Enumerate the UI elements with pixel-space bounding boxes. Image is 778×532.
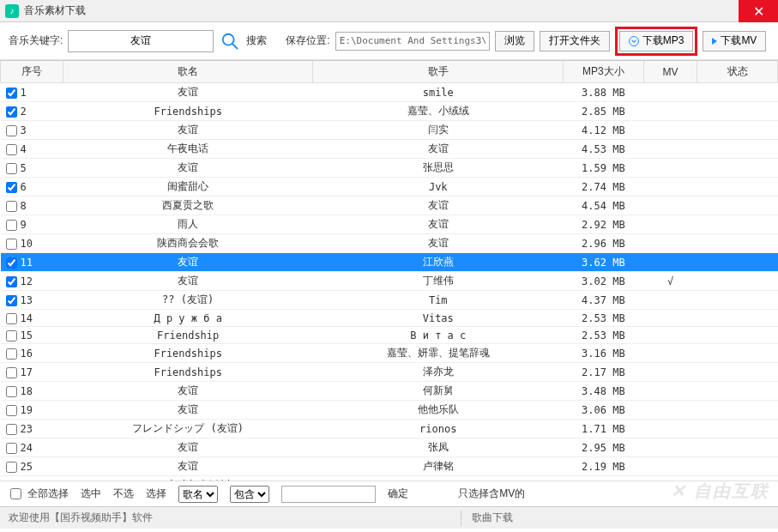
cell-idx[interactable]: 23	[1, 420, 63, 438]
contain-dropdown[interactable]: 包含	[230, 486, 269, 503]
col-name[interactable]: 歌名	[63, 61, 313, 83]
cell-idx[interactable]: 14	[1, 310, 63, 327]
table-row[interactable]: 13?? (友谊)Tim4.37 MB	[1, 291, 778, 310]
row-checkbox[interactable]	[6, 88, 17, 99]
check-selected-link[interactable]: 选中	[81, 487, 101, 501]
save-location-label: 保存位置:	[286, 33, 329, 48]
col-idx[interactable]: 序号	[1, 61, 63, 83]
cell-mv	[643, 178, 697, 196]
row-checkbox[interactable]	[6, 330, 17, 342]
cell-status	[697, 140, 778, 159]
cell-idx[interactable]: 1	[1, 83, 63, 102]
table-row[interactable]: 17Friendships泽亦龙2.17 MB	[1, 363, 778, 382]
row-checkbox[interactable]	[6, 367, 17, 378]
col-mv[interactable]: MV	[643, 61, 697, 83]
cell-size: 3.88 MB	[564, 83, 644, 102]
table-row[interactable]: 4午夜电话友谊4.53 MB	[1, 140, 778, 159]
table-row[interactable]: 10陕西商会会歌友谊2.96 MB	[1, 234, 778, 253]
row-checkbox[interactable]	[6, 163, 17, 174]
cell-idx[interactable]: 27	[1, 476, 63, 481]
table-row[interactable]: 16Friendships嘉莹、妍霏、提笔辞魂3.16 MB	[1, 344, 778, 363]
cell-idx[interactable]: 24	[1, 438, 63, 457]
row-checkbox[interactable]	[6, 295, 17, 306]
only-mv-link[interactable]: 只选择含MV的	[458, 487, 525, 501]
cell-idx[interactable]: 17	[1, 363, 63, 382]
table-row[interactable]: 18友谊何新舅3.48 MB	[1, 382, 778, 401]
col-artist[interactable]: 歌手	[313, 61, 564, 83]
row-checkbox[interactable]	[6, 257, 17, 269]
cell-idx[interactable]: 9	[1, 215, 63, 234]
row-checkbox[interactable]	[6, 239, 17, 250]
cell-status	[697, 215, 778, 234]
row-checkbox[interactable]	[6, 386, 17, 397]
close-button[interactable]: ✕	[739, 0, 778, 22]
download-mp3-button[interactable]: 下载MP3	[619, 31, 694, 51]
select-all-checkbox[interactable]: 全部选择	[10, 487, 69, 501]
cell-idx[interactable]: 5	[1, 159, 63, 178]
row-checkbox[interactable]	[6, 443, 17, 454]
cell-idx[interactable]: 12	[1, 272, 63, 291]
cell-idx[interactable]: 16	[1, 344, 63, 363]
cell-size: 4.37 MB	[564, 291, 644, 310]
cell-artist: В и т а с	[313, 327, 564, 344]
row-checkbox[interactable]	[6, 313, 17, 324]
table-row[interactable]: 8西夏贡之歌友谊4.54 MB	[1, 196, 778, 215]
row-checkbox[interactable]	[6, 405, 17, 416]
row-checkbox[interactable]	[6, 276, 17, 287]
table-row[interactable]: 24友谊张凤2.95 MB	[1, 438, 778, 457]
cell-idx[interactable]: 13	[1, 291, 63, 310]
row-checkbox[interactable]	[6, 348, 17, 360]
cell-idx[interactable]: 4	[1, 140, 63, 159]
cell-size: 3.06 MB	[564, 401, 644, 420]
row-checkbox[interactable]	[6, 144, 17, 155]
cell-idx[interactable]: 19	[1, 401, 63, 420]
browse-button[interactable]: 浏览	[495, 31, 534, 51]
table-row[interactable]: 6闺蜜甜心Jvk2.74 MB	[1, 178, 778, 196]
cell-status	[697, 121, 778, 140]
table-row[interactable]: 9雨人友谊2.92 MB	[1, 215, 778, 234]
row-checkbox[interactable]	[6, 220, 17, 231]
select-field-dropdown[interactable]: 歌名	[178, 486, 218, 503]
table-row[interactable]: 5友谊张思思1.59 MB	[1, 159, 778, 178]
cell-status	[697, 102, 778, 121]
save-path-input[interactable]	[335, 32, 490, 51]
cell-idx[interactable]: 11	[1, 253, 63, 272]
cell-idx[interactable]: 15	[1, 327, 63, 344]
cell-idx[interactable]: 8	[1, 196, 63, 215]
cell-idx[interactable]: 6	[1, 178, 63, 196]
table-row[interactable]: 19友谊他他乐队3.06 MB	[1, 401, 778, 420]
cell-idx[interactable]: 2	[1, 102, 63, 121]
search-icon[interactable]	[219, 30, 241, 52]
cell-artist: Julie Dubé-Lamontagne	[313, 476, 564, 481]
cell-idx[interactable]: 25	[1, 457, 63, 476]
table-row[interactable]: 2Friendships嘉莹、小绒绒2.85 MB	[1, 102, 778, 121]
table-row[interactable]: 12友谊丁维伟3.02 MB√	[1, 272, 778, 291]
table-row[interactable]: 27L'amitié (友谊)Julie Dubé-Lamontagne3.34…	[1, 476, 778, 481]
cell-idx[interactable]: 10	[1, 234, 63, 253]
row-checkbox[interactable]	[6, 182, 17, 193]
row-checkbox[interactable]	[6, 424, 17, 435]
uncheck-link[interactable]: 不选	[113, 487, 134, 501]
table-row[interactable]: 3友谊闫实4.12 MB	[1, 121, 778, 140]
row-checkbox[interactable]	[6, 106, 17, 118]
open-folder-button[interactable]: 打开文件夹	[540, 31, 610, 51]
download-mv-button[interactable]: 下载MV	[703, 31, 766, 51]
filter-input[interactable]	[281, 486, 376, 503]
table-row[interactable]: 11友谊江欣燕3.62 MB	[1, 253, 778, 272]
results-table-wrap[interactable]: 序号 歌名 歌手 MP3大小 MV 状态 1友谊smile3.88 MB2Fri…	[0, 60, 778, 481]
cell-idx[interactable]: 18	[1, 382, 63, 401]
cell-idx[interactable]: 3	[1, 121, 63, 140]
table-row[interactable]: 14Д р у ж б аVitas2.53 MB	[1, 310, 778, 327]
table-row[interactable]: 1友谊smile3.88 MB	[1, 83, 778, 102]
table-row[interactable]: 23フレンドシップ (友谊)rionos1.71 MB	[1, 420, 778, 438]
row-checkbox[interactable]	[6, 481, 17, 481]
row-checkbox[interactable]	[6, 201, 17, 212]
row-checkbox[interactable]	[6, 462, 17, 473]
col-size[interactable]: MP3大小	[564, 61, 644, 83]
col-status[interactable]: 状态	[697, 61, 778, 83]
confirm-button[interactable]: 确定	[388, 487, 408, 501]
table-row[interactable]: 15FriendshipВ и т а с2.53 MB	[1, 327, 778, 344]
row-checkbox[interactable]	[6, 125, 17, 136]
table-row[interactable]: 25友谊卢律铭2.19 MB	[1, 457, 778, 476]
keyword-input[interactable]	[68, 30, 214, 52]
